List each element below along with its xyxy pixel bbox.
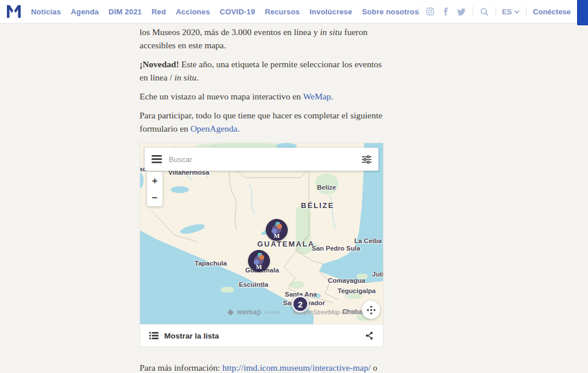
article: los Museos 2020, más de 3.000 eventos en…: [140, 24, 384, 373]
facebook-icon[interactable]: [441, 6, 450, 17]
inline-link[interactable]: http://imd.icom.museum/interactive-map/: [222, 363, 370, 372]
paragraph-map-2020: los Museos 2020, más de 3.000 eventos en…: [140, 25, 384, 52]
map-label: La Ceiba: [354, 237, 382, 244]
filters-icon[interactable]: [362, 155, 372, 164]
map-label: Tapachula: [195, 260, 227, 267]
share-icon: [365, 331, 374, 340]
instagram-icon[interactable]: [425, 6, 435, 17]
zoom-out-button[interactable]: −: [147, 189, 163, 206]
nav-right: ES Conéctese Hágase miembro: [419, 0, 588, 25]
map-canvas[interactable]: acVillahermosaBelizeBÉLIZEGUATEMALALa Ce…: [140, 143, 383, 324]
nav-item-acciones[interactable]: Acciones: [176, 7, 210, 16]
map-label: Belize: [317, 184, 336, 191]
map-label: Tegucigalpa: [338, 287, 376, 294]
nav-item-agenda[interactable]: Agenda: [71, 7, 99, 16]
imd-logo-letter: M: [274, 232, 280, 239]
connect-link[interactable]: Conéctese: [533, 7, 571, 16]
language-selector[interactable]: ES: [502, 7, 520, 16]
paragraph-novedad: ¡Novedad! Este año, una etiqueta le perm…: [140, 57, 384, 84]
nav-item-sobre-nosotros[interactable]: Sobre nosotros: [362, 7, 419, 16]
map-label: Comayagua: [328, 277, 365, 284]
icom-logo[interactable]: [6, 3, 22, 20]
map-search-bar: [145, 148, 378, 171]
paragraph-wemap: Eche un vistazo al nuevo mapa interactiv…: [140, 90, 384, 103]
language-label: ES: [502, 7, 512, 16]
divider: [496, 6, 496, 17]
wemap-brand: wemap: [237, 308, 261, 316]
menu-icon[interactable]: [152, 155, 162, 163]
search-icon[interactable]: [479, 6, 489, 17]
chevron-down-icon: [514, 10, 520, 14]
share-button[interactable]: [365, 331, 374, 340]
pan-button[interactable]: [362, 301, 380, 319]
zoom-controls: + −: [147, 172, 163, 206]
paragraph-openagenda: Para participar, todo lo que tiene que h…: [140, 109, 384, 135]
cluster-marker[interactable]: 2: [292, 295, 309, 313]
map-label: BÉLIZE: [301, 201, 334, 210]
nav-item-recursos[interactable]: Recursos: [265, 7, 300, 16]
show-list-label: Mostrar la lista: [164, 332, 219, 340]
zoom-in-button[interactable]: +: [147, 172, 163, 189]
map-label: Escuintla: [239, 281, 268, 288]
map-label: San Pedro Sula: [312, 245, 360, 252]
twitter-icon[interactable]: [457, 6, 466, 17]
inline-link[interactable]: OpenAgenda: [191, 124, 238, 133]
inline-link[interactable]: WeMap: [303, 91, 331, 101]
nav-item-dim-2021[interactable]: DIM 2021: [109, 7, 142, 16]
divider: [473, 6, 473, 17]
nav-links: Noticias Agenda DIM 2021 Red Acciones CO…: [31, 7, 419, 16]
nav-item-involucrese[interactable]: Involúcrese: [310, 7, 352, 16]
nav-item-red[interactable]: Red: [152, 7, 166, 16]
map-search-input[interactable]: [169, 155, 355, 164]
nav-item-covid-19[interactable]: COVID-19: [220, 7, 256, 16]
wemap-widget: acVillahermosaBelizeBÉLIZEGUATEMALALa Ce…: [140, 143, 384, 347]
move-icon: [366, 305, 376, 315]
top-nav: Noticias Agenda DIM 2021 Red Acciones CO…: [0, 0, 588, 24]
event-marker[interactable]: M: [266, 219, 288, 241]
wemap-logo-icon: [227, 309, 234, 316]
map-label: GUATEMALA: [257, 240, 315, 248]
show-list-bar[interactable]: Mostrar la lista: [140, 324, 383, 347]
become-member-button[interactable]: Hágase miembro: [577, 0, 588, 25]
wemap-version: v1.60.1: [265, 310, 280, 315]
list-icon: [149, 332, 158, 340]
divider: [526, 6, 527, 17]
event-marker[interactable]: M: [248, 250, 270, 272]
imd-logo-letter: M: [256, 263, 262, 270]
nav-item-noticias[interactable]: Noticias: [31, 7, 61, 16]
divider: [419, 6, 419, 17]
paragraph-more-info: Para más información: http://imd.icom.mu…: [140, 361, 384, 373]
icom-logo-icon: [6, 4, 22, 19]
map-label: Juticalpa: [372, 271, 383, 278]
